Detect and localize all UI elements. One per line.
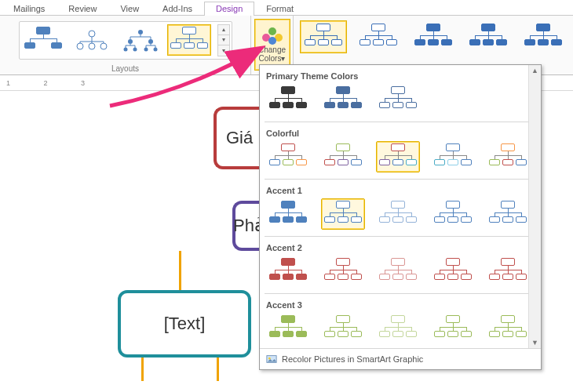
layouts-expand[interactable]: ▾ <box>218 45 229 56</box>
svg-point-3 <box>100 43 107 49</box>
tab-format[interactable]: Format <box>254 2 305 16</box>
color-option-accent3-1[interactable] <box>266 313 310 344</box>
layout-tree-icon <box>121 27 160 53</box>
recolor-pictures-item[interactable]: Recolor Pictures in SmartArt Graphic <box>260 348 541 369</box>
color-option-primary-3[interactable] <box>376 84 420 115</box>
svg-point-10 <box>153 48 157 52</box>
svg-point-12 <box>268 358 271 360</box>
dd-section-primary: Primary Theme Colors <box>265 68 541 82</box>
svg-point-6 <box>148 39 153 44</box>
color-option-accent3-5[interactable] <box>486 313 530 344</box>
layout-option-4[interactable] <box>167 24 211 56</box>
color-option-colorful-1[interactable] <box>266 141 310 172</box>
tab-review[interactable]: Review <box>57 2 108 16</box>
layouts-gallery[interactable]: ▴ ▾ ▾ <box>19 21 232 60</box>
color-option-colorful-3[interactable] <box>376 141 420 172</box>
color-option-primary-1[interactable] <box>266 84 310 115</box>
color-option-accent2-3[interactable] <box>376 256 420 287</box>
svg-point-4 <box>138 30 143 34</box>
dd-section-accent2: Accent 2 <box>265 240 541 254</box>
recolor-pictures-label: Recolor Pictures in SmartArt Graphic <box>282 354 423 364</box>
color-option-accent1-1[interactable] <box>266 198 310 230</box>
layout-option-3[interactable] <box>119 24 162 56</box>
style-option-2[interactable] <box>355 20 402 53</box>
smartart-node-3[interactable]: [Text] <box>118 290 251 358</box>
color-option-accent2-1[interactable] <box>266 256 310 287</box>
layouts-gallery-scroll: ▴ ▾ ▾ <box>217 24 230 56</box>
layouts-scroll-up[interactable]: ▴ <box>218 25 229 35</box>
color-option-accent3-2[interactable] <box>321 313 365 344</box>
color-option-accent2-5[interactable] <box>486 256 530 287</box>
svg-point-0 <box>89 31 95 37</box>
svg-point-5 <box>128 39 133 44</box>
smartart-connector <box>217 358 219 381</box>
change-colors-dropdown: Primary Theme Colors Colorful Accent 1 A… <box>259 64 542 370</box>
change-colors-button[interactable]: Change Colors▾ <box>254 19 290 71</box>
style-option-1[interactable] <box>300 20 347 53</box>
dd-section-accent1: Accent 1 <box>265 183 541 197</box>
color-option-accent2-2[interactable] <box>321 256 365 287</box>
color-option-accent2-4[interactable] <box>431 256 475 287</box>
color-option-accent1-4[interactable] <box>431 198 475 230</box>
svg-point-2 <box>89 43 95 49</box>
color-option-accent1-2[interactable] <box>321 198 365 230</box>
color-option-primary-2[interactable] <box>321 84 365 115</box>
smartart-connector <box>141 358 144 381</box>
tab-design[interactable]: Design <box>204 2 254 16</box>
color-option-colorful-4[interactable] <box>431 141 475 172</box>
smartart-connector <box>179 251 181 290</box>
smartart-node-1[interactable]: Giá <box>214 107 262 169</box>
dropdown-scrollbar[interactable]: ▲ ▼ <box>528 65 541 348</box>
scroll-down-icon[interactable]: ▼ <box>531 337 538 348</box>
color-option-colorful-2[interactable] <box>321 141 365 172</box>
colors-icon <box>262 27 283 43</box>
svg-point-7 <box>123 48 127 52</box>
dd-section-colorful: Colorful <box>265 125 541 140</box>
tab-view[interactable]: View <box>108 2 151 16</box>
tab-mailings[interactable]: Mailings <box>2 2 57 16</box>
tab-addins[interactable]: Add-Ins <box>151 2 204 16</box>
svg-point-9 <box>144 48 148 52</box>
svg-point-8 <box>133 48 137 52</box>
dd-section-accent3: Accent 3 <box>265 297 541 311</box>
group-layouts: ▴ ▾ ▾ Layouts <box>0 16 251 74</box>
style-option-4[interactable] <box>465 20 512 53</box>
color-option-colorful-5[interactable] <box>486 141 530 172</box>
recolor-icon <box>266 354 277 365</box>
layout-option-2[interactable] <box>70 24 114 56</box>
layout-radial-icon <box>72 27 111 53</box>
color-option-accent3-3[interactable] <box>376 313 420 344</box>
svg-point-1 <box>77 43 83 49</box>
smartart-node-2[interactable]: Phả <box>232 201 262 251</box>
color-option-accent1-3[interactable] <box>376 198 420 230</box>
scroll-up-icon[interactable]: ▲ <box>531 65 538 76</box>
style-option-5[interactable] <box>520 20 567 53</box>
style-option-3[interactable] <box>410 20 457 53</box>
change-colors-label: Change Colors▾ <box>255 45 290 63</box>
layouts-scroll-down[interactable]: ▾ <box>218 35 229 45</box>
ribbon-tabs: Mailings Review View Add-Ins Design Form… <box>0 0 573 16</box>
color-option-accent1-5[interactable] <box>486 198 530 230</box>
group-label-layouts: Layouts <box>0 64 250 74</box>
color-option-accent3-4[interactable] <box>431 313 475 344</box>
layout-option-1[interactable] <box>21 24 65 56</box>
